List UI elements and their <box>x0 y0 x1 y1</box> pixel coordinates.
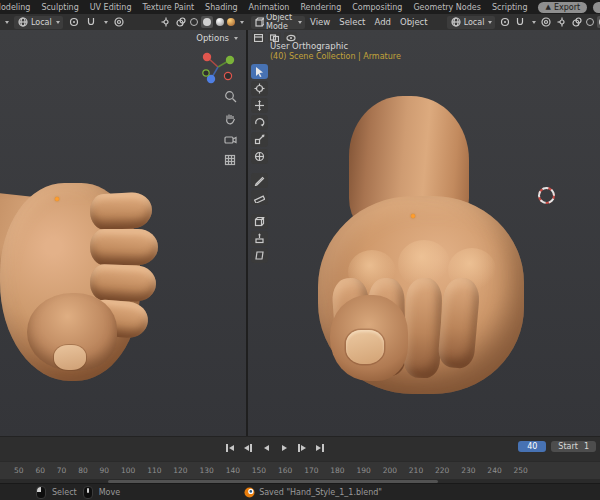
workspace-tabs: ModelingSculptingUV EditingTexture Paint… <box>0 3 528 12</box>
3d-cursor[interactable] <box>538 187 555 204</box>
viewport-nav-buttons <box>224 90 237 169</box>
right-shading-group <box>556 16 600 28</box>
solid-shading-active[interactable] <box>201 16 213 28</box>
menu-item[interactable]: View <box>310 17 330 27</box>
thumbnail-shape <box>346 330 384 364</box>
import-button[interactable]: ▼ Import <box>593 2 600 13</box>
export-button[interactable]: ▲ Export <box>538 2 587 13</box>
snap-magnet-icon[interactable] <box>85 16 97 28</box>
material-shading-icon[interactable] <box>216 18 224 26</box>
timeline-tick: 80 <box>78 466 88 475</box>
viewport-left[interactable]: Options <box>0 30 246 437</box>
extrude-tool[interactable] <box>251 231 268 246</box>
timeline-tick: 230 <box>461 466 475 475</box>
workspace-tab[interactable]: Texture Paint <box>141 3 195 12</box>
timeline-tick: 60 <box>35 466 45 475</box>
workspace-tab[interactable]: Sculpting <box>40 3 79 12</box>
overlays-icon[interactable] <box>571 16 583 28</box>
jump-to-start-button[interactable] <box>222 441 238 454</box>
chevron-down-icon <box>488 21 492 24</box>
rotate-tool[interactable] <box>251 115 268 130</box>
workspace-tab[interactable]: Animation <box>248 3 291 12</box>
timeline-tick: 220 <box>435 466 449 475</box>
start-frame-field[interactable]: Start 1 <box>551 441 596 452</box>
move-tool[interactable] <box>251 98 268 113</box>
snap-chevron-icon[interactable] <box>104 21 108 24</box>
pivot-point-icon[interactable] <box>500 16 510 28</box>
play-button[interactable] <box>276 441 292 454</box>
chevron-down-icon <box>234 37 238 40</box>
overlays-icon[interactable] <box>175 16 187 28</box>
timeline-tick: 210 <box>409 466 423 475</box>
workspace-tab[interactable]: Modeling <box>0 3 31 12</box>
timeline-tick: 240 <box>487 466 501 475</box>
wireframe-shading-icon[interactable] <box>190 18 198 26</box>
menu-item[interactable]: Select <box>339 17 365 27</box>
workspace-tab[interactable]: Rendering <box>299 3 342 12</box>
proportional-editing-icon[interactable] <box>541 16 551 28</box>
viewport-right[interactable]: User Orthographic (40) Scene Collection … <box>248 30 600 437</box>
wireframe-shading-icon[interactable] <box>586 18 594 26</box>
current-frame-field[interactable]: 40 <box>518 441 546 452</box>
navigation-gizmo[interactable] <box>197 46 239 90</box>
fist-object-left[interactable] <box>0 165 192 420</box>
object-mode-icon <box>254 16 264 28</box>
transform-tool[interactable] <box>251 149 268 164</box>
mode-dropdown[interactable]: Object Mode <box>251 16 305 29</box>
pivot-point-icon[interactable] <box>68 16 80 28</box>
options-dropdown[interactable]: Options <box>196 33 238 43</box>
proportional-editing-icon[interactable] <box>113 16 125 28</box>
status-bar: Select Move Saved "Hand_Style_1_1.blend" <box>0 483 600 500</box>
timeline-tick: 250 <box>514 466 528 475</box>
jump-to-end-button[interactable] <box>312 441 328 454</box>
zoom-icon[interactable] <box>224 90 237 105</box>
cursor-tool[interactable] <box>251 81 268 96</box>
timeline-tick: 160 <box>278 466 292 475</box>
middle-mouse-icon <box>83 486 93 499</box>
orientation-dropdown-right[interactable]: Local <box>447 16 496 29</box>
finger-shape <box>90 229 158 265</box>
workspace-tab[interactable]: UV Editing <box>89 3 133 12</box>
menu-item[interactable]: Add <box>374 17 390 27</box>
add-cube-tool[interactable] <box>251 214 268 229</box>
status-move-label: Move <box>99 488 120 497</box>
chevron-down-icon <box>298 21 302 24</box>
toggle-ortho-icon[interactable] <box>224 154 237 169</box>
timeline-editor[interactable]: 40 Start 1 50607080901001101201301401501… <box>0 436 600 484</box>
next-keyframe-button[interactable] <box>294 441 310 454</box>
play-reverse-button[interactable] <box>258 441 274 454</box>
camera-view-icon[interactable] <box>224 134 237 147</box>
scale-tool[interactable] <box>251 132 268 147</box>
solid-shading-icon <box>203 18 211 26</box>
show-gizmo-icon[interactable] <box>556 16 568 28</box>
topbar-actions: ▲ Export ▼ Import <box>538 2 600 13</box>
frame-ticks: 5060708090100110120130140150160170180190… <box>14 466 528 475</box>
select-box-tool[interactable] <box>251 64 268 79</box>
previous-keyframe-button[interactable] <box>240 441 256 454</box>
annotate-tool[interactable] <box>251 173 268 188</box>
editor-type-icon[interactable] <box>252 32 265 43</box>
blender-window: ModelingSculptingUV EditingTexture Paint… <box>0 0 600 500</box>
shear-tool[interactable] <box>251 248 268 263</box>
workspace-tab[interactable]: Shading <box>204 3 239 12</box>
timeline-tick: 100 <box>121 466 135 475</box>
pan-hand-icon[interactable] <box>224 112 237 127</box>
editor-type-chevron-icon[interactable] <box>5 21 9 24</box>
timeline-ruler[interactable]: 5060708090100110120130140150160170180190… <box>0 461 600 479</box>
rendered-shading-icon[interactable] <box>227 18 235 26</box>
timeline-tick: 200 <box>383 466 397 475</box>
timeline-tick: 110 <box>147 466 161 475</box>
menu-item[interactable]: Object <box>400 17 428 27</box>
workspace-tab[interactable]: Scripting <box>491 3 529 12</box>
snap-chevron-icon[interactable] <box>532 21 536 24</box>
chevron-down-icon <box>56 21 60 24</box>
workspace-tab[interactable]: Geometry Nodes <box>412 3 481 12</box>
orientation-dropdown-left[interactable]: Local <box>14 16 63 29</box>
fist-object-right[interactable] <box>308 90 548 405</box>
snap-magnet-icon[interactable] <box>515 16 525 28</box>
workspace-tab[interactable]: Compositing <box>351 3 403 12</box>
measure-tool[interactable] <box>251 190 268 205</box>
shading-chevron-icon[interactable] <box>240 21 244 24</box>
show-gizmo-icon[interactable] <box>160 16 172 28</box>
timeline-tick: 120 <box>173 466 187 475</box>
